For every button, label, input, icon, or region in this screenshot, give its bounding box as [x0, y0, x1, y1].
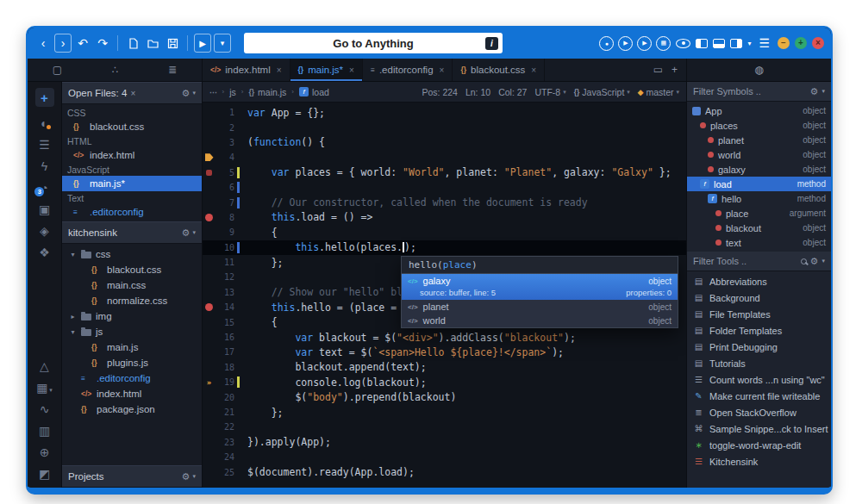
add-button[interactable]: + — [35, 88, 54, 107]
chevron-down-icon[interactable]: ▾ — [821, 88, 825, 95]
tab-index-html[interactable]: </>index.html× — [203, 59, 290, 81]
open-file-item-main-js[interactable]: {}main.js* — [62, 176, 202, 191]
bookmark-icon[interactable] — [205, 153, 214, 161]
code-line-18[interactable]: 18 blackout.append(text); — [203, 360, 686, 375]
panel-info-icon[interactable]: ◍ — [754, 64, 763, 76]
close-tab-icon[interactable]: × — [349, 65, 354, 75]
chevron-down-icon[interactable]: ▾ — [821, 258, 825, 264]
projects-header[interactable]: Projects ⚙ ▾ — [62, 465, 202, 488]
package-icon[interactable]: ▥ — [39, 425, 50, 437]
tool-item-open-stackoverflow[interactable]: ≣Open StackOverflow — [687, 404, 831, 420]
status-utf-8[interactable]: UTF-8▾ — [534, 87, 565, 97]
globe-icon[interactable]: ⊕ — [40, 446, 50, 458]
open-file-item-blackout-css[interactable]: {}blackout.css — [62, 119, 202, 134]
folder-item-img[interactable]: ▸img — [62, 308, 202, 324]
open-folder-button[interactable] — [144, 34, 161, 53]
komodo-tab-icon[interactable]: ∴ — [112, 64, 119, 76]
code-line-6[interactable]: 6 — [203, 180, 686, 195]
tool-item-background[interactable]: ▤Background — [687, 289, 831, 306]
chevron-down-icon[interactable]: ▾ — [192, 90, 196, 96]
save-button[interactable] — [164, 34, 181, 53]
close-tab-icon[interactable]: × — [531, 65, 536, 75]
preview-monitor-icon[interactable]: ▭ — [653, 64, 663, 76]
maximize-button[interactable]: + — [795, 37, 807, 49]
run-dropdown-button[interactable]: ▾ — [214, 34, 231, 53]
status-master[interactable]: ◆master▾ — [638, 87, 679, 97]
breadcrumb-item-js[interactable]: js — [229, 87, 236, 97]
chevron-down-icon[interactable]: ▾ — [192, 229, 196, 236]
symbol-item-hello[interactable]: fhellomethod — [687, 191, 831, 206]
breakpoint-icon[interactable] — [205, 303, 213, 311]
code-line-23[interactable]: 23}).apply(App); — [203, 435, 686, 450]
gear-icon[interactable]: ⚙ — [182, 471, 191, 482]
folder-item-js[interactable]: ▾js — [62, 324, 202, 339]
symbol-item-blackout[interactable]: blackoutobject — [687, 221, 831, 235]
file-item-main-css[interactable]: {}main.css — [62, 277, 202, 293]
apps-icon[interactable]: ▦▾ — [36, 382, 53, 394]
code-line-21[interactable]: 21 }; — [203, 405, 686, 420]
tool-item-make-current-file-writeable[interactable]: ✎Make current file writeable — [687, 388, 831, 404]
file-item-main-js[interactable]: {}main.js — [62, 339, 202, 355]
symbol-item-galaxy[interactable]: galaxyobject — [687, 162, 831, 177]
code-line-24[interactable]: 24 — [203, 450, 686, 464]
undo-button[interactable]: ↶ — [74, 34, 91, 53]
history-icon[interactable]: ◔3 — [41, 182, 47, 194]
tab-editorconfig[interactable]: ≡.editorconfig× — [363, 59, 453, 81]
close-tab-icon[interactable]: × — [277, 65, 282, 75]
redo-button[interactable]: ↷ — [94, 34, 111, 53]
code-line-17[interactable]: 17 var text = $(`<span>Hello ${place}!</… — [203, 345, 686, 359]
outline-icon[interactable]: ☰ — [39, 139, 50, 151]
code-line-2[interactable]: 2 — [203, 120, 686, 134]
document-tab-icon[interactable]: ▢ — [53, 64, 62, 76]
code-line-5[interactable]: 5 var places = { world: "World", planet:… — [203, 165, 686, 180]
tool-item-print-debugging[interactable]: ▤Print Debugging — [687, 339, 831, 355]
status-pos[interactable]: Pos: 224 — [422, 87, 457, 97]
share-icon[interactable]: ❖ — [39, 246, 50, 258]
symbol-item-planet[interactable]: planetobject — [687, 133, 831, 147]
code-line-19[interactable]: »19 console.log(blackout); — [203, 375, 686, 389]
code-line-3[interactable]: 3(function() { — [203, 135, 686, 150]
layout-right-panel-icon[interactable] — [730, 39, 742, 48]
file-item-index-html[interactable]: </>index.html — [62, 386, 202, 401]
code-line-20[interactable]: 20 $("body").prepend(blackout) — [203, 389, 686, 404]
gear-icon[interactable]: ⚙ — [810, 86, 819, 97]
completion-item-planet[interactable]: </>planetobject — [402, 300, 678, 314]
close-window-button[interactable]: × — [812, 37, 824, 49]
toolbar-circle-icon-2[interactable]: ▶ — [618, 36, 633, 51]
completion-item-galaxy[interactable]: </>galaxyobjectsource: buffer, line: 5pr… — [402, 274, 678, 300]
open-file-item-index-html[interactable]: </>index.html — [62, 147, 202, 163]
code-line-16[interactable]: 16 var blackout = $("<div>").addClass("b… — [203, 330, 686, 345]
code-line-8[interactable]: 8 this.load = () => — [203, 210, 686, 225]
run-button[interactable]: ▶ — [194, 34, 211, 53]
hamburger-menu-icon[interactable]: ☰ — [759, 36, 770, 50]
file-item-blackout-css[interactable]: {}blackout.css — [62, 262, 202, 277]
code-line-22[interactable]: 22 — [203, 420, 686, 434]
filter-symbols-bar[interactable]: Filter Symbols .. ⚙ ▾ — [687, 82, 831, 102]
minimize-button[interactable]: − — [778, 37, 790, 49]
symbol-item-places[interactable]: placesobject — [687, 118, 831, 133]
tool-item-abbreviations[interactable]: ▤Abbreviations — [687, 273, 831, 289]
toolbar-circle-icon-4[interactable]: ▦ — [656, 36, 671, 51]
gear-icon[interactable]: ⚙ — [182, 88, 191, 99]
toolbar-circle-icon-1[interactable]: ● — [599, 36, 614, 51]
toolbar-circle-icon-3[interactable]: ▶ — [637, 36, 652, 51]
notes-icon[interactable]: ◈ — [40, 225, 49, 237]
tab-main-js[interactable]: {}main.js*× — [290, 59, 363, 81]
marker-icon[interactable] — [206, 170, 212, 176]
file-item-package-json[interactable]: {}package.json — [62, 401, 202, 417]
code-line-1[interactable]: 1var App = {}; — [203, 105, 686, 120]
file-item-editorconfig[interactable]: ≡.editorconfig — [62, 370, 202, 386]
code-line-4[interactable]: 4 — [203, 150, 686, 165]
status-ln[interactable]: Ln: 10 — [465, 87, 490, 97]
tool-item-tutorials[interactable]: ▤Tutorials — [687, 355, 831, 371]
tool-item-count-words-n-using-wc[interactable]: ☰Count words ...n using "wc" — [687, 371, 831, 388]
folder-item-css[interactable]: ▾css — [62, 246, 202, 262]
code-line-9[interactable]: 9 { — [203, 225, 686, 240]
code-line-10[interactable]: 10 this.hello(places.); — [203, 240, 686, 255]
file-item-plugins-js[interactable]: {}plugins.js — [62, 355, 202, 370]
panel-icon[interactable]: ▣ — [39, 203, 50, 215]
breakpoint-icon[interactable] — [205, 214, 213, 221]
close-icon[interactable]: × — [130, 89, 135, 98]
tool-item-toggle-word-wrap-edit[interactable]: ∗toggle-word-wrap-edit — [687, 437, 831, 453]
preview-eye-icon[interactable] — [676, 39, 690, 48]
